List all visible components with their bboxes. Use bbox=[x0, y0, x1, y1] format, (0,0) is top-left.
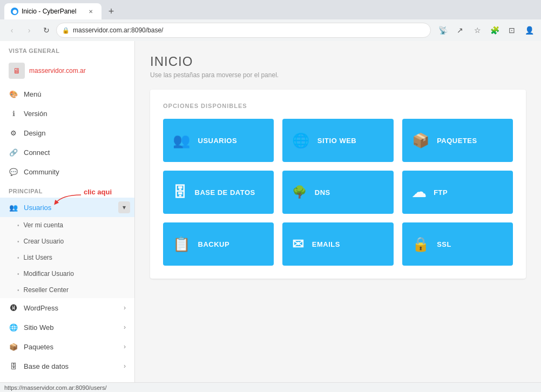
option-ftp-label: FTP bbox=[434, 188, 448, 197]
status-url: https://masservidor.com.ar:8090/users/ bbox=[4, 384, 107, 391]
modificar-usuario-label: Modificar Usuario bbox=[24, 270, 74, 278]
sidebar-connect-label: Connect bbox=[24, 148, 50, 157]
cast-button[interactable]: 📡 bbox=[435, 23, 450, 38]
sidebar-sitio-web-label: Sitio Web bbox=[24, 323, 53, 332]
sidebar-item-menu[interactable]: 🎨 Menú bbox=[0, 84, 134, 104]
option-sitio-web[interactable]: 🌐 SITIO WEB bbox=[282, 119, 393, 162]
option-backup-label: BACKUP bbox=[198, 240, 230, 248]
sidebar-sub-list-users[interactable]: List Users bbox=[0, 249, 134, 266]
sidebar-item-design[interactable]: ⚙ Design bbox=[0, 123, 134, 143]
usuarios-icon: 👥 bbox=[9, 202, 18, 212]
sidebar-wordpress-label: WordPress bbox=[24, 304, 58, 312]
split-view-button[interactable]: ⊡ bbox=[504, 23, 519, 38]
wordpress-chevron-icon: › bbox=[124, 304, 126, 312]
sidebar-sub-ver-cuenta[interactable]: Ver mi cuenta bbox=[0, 217, 134, 233]
design-icon: ⚙ bbox=[9, 128, 18, 138]
sidebar-usuarios-label: Usuarios bbox=[24, 204, 51, 212]
browser-actions: 📡 ↗ ☆ 🧩 ⊡ 👤 bbox=[435, 23, 537, 38]
usuarios-dropdown-button[interactable]: ▾ bbox=[118, 201, 130, 213]
sidebar-item-paquetes[interactable]: 📦 Paquetes › bbox=[0, 337, 134, 356]
sidebar-paquetes-label: Paquetes bbox=[24, 343, 53, 351]
option-ftp[interactable]: ☁ FTP bbox=[402, 171, 513, 214]
wordpress-icon: 🅦 bbox=[9, 303, 18, 313]
sidebar-design-label: Design bbox=[24, 129, 45, 137]
base-datos-sidebar-icon: 🗄 bbox=[9, 361, 18, 371]
sidebar-item-connect[interactable]: 🔗 Connect bbox=[0, 143, 134, 162]
crear-usuario-label: Crear Usuario bbox=[24, 238, 64, 245]
option-emails-label: EMAILS bbox=[312, 240, 340, 248]
reseller-center-label: Reseller Center bbox=[24, 286, 69, 294]
sidebar-section-overview: VISTA GENERAL bbox=[0, 41, 134, 57]
emails-option-icon: ✉ bbox=[292, 236, 305, 253]
forward-button[interactable]: › bbox=[22, 23, 37, 38]
option-backup[interactable]: 📋 BACKUP bbox=[163, 222, 274, 266]
back-icon: ‹ bbox=[11, 26, 13, 35]
version-icon: ℹ bbox=[9, 109, 18, 118]
sidebar-item-sitio-web[interactable]: 🌐 Sitio Web › bbox=[0, 317, 134, 337]
backup-option-icon: 📋 bbox=[173, 236, 191, 253]
forward-icon: › bbox=[28, 26, 31, 35]
paquetes-option-icon: 📦 bbox=[412, 132, 430, 149]
browser-chrome: ⬤ Inicio - CyberPanel ✕ + ‹ › ↻ 🔒 masser… bbox=[0, 0, 541, 41]
sidebar-sub-reseller-center[interactable]: Reseller Center bbox=[0, 282, 134, 298]
sidebar-sub-crear-usuario[interactable]: Crear Usuario bbox=[0, 233, 134, 249]
community-icon: 💬 bbox=[9, 167, 18, 177]
paquetes-sidebar-icon: 📦 bbox=[9, 342, 18, 352]
tab-title: Inicio - CyberPanel bbox=[22, 8, 76, 15]
sidebar-base-datos-label: Base de datos bbox=[24, 362, 69, 370]
reload-button[interactable]: ↻ bbox=[39, 23, 54, 38]
address-text: masservidor.com.ar:8090/base/ bbox=[73, 26, 163, 34]
options-card: OPCIONES DISPONIBLES 👥 USUARIOS 🌐 SITIO … bbox=[150, 90, 526, 279]
option-ssl[interactable]: 🔒 SSL bbox=[402, 222, 513, 266]
usuarios-submenu: Ver mi cuenta Crear Usuario List Users M… bbox=[0, 217, 134, 298]
bookmark-button[interactable]: ☆ bbox=[470, 23, 485, 38]
navigation-bar: ‹ › ↻ 🔒 masservidor.com.ar:8090/base/ 📡 … bbox=[0, 19, 541, 41]
ver-cuenta-label: Ver mi cuenta bbox=[24, 221, 63, 229]
page-subtitle: Use las pestañas para moverse por el pan… bbox=[150, 71, 526, 79]
sidebar-community-label: Community bbox=[24, 168, 59, 176]
address-bar[interactable]: 🔒 masservidor.com.ar:8090/base/ bbox=[56, 23, 431, 38]
option-emails[interactable]: ✉ EMAILS bbox=[282, 222, 393, 266]
usuarios-option-icon: 👥 bbox=[173, 132, 191, 149]
app-container: VISTA GENERAL 🖥 masservidor.com.ar 🎨 Men… bbox=[0, 41, 541, 392]
sidebar-user-host[interactable]: 🖥 masservidor.com.ar bbox=[0, 57, 134, 84]
option-base-datos[interactable]: 🗄 BASE DE DATOS bbox=[163, 171, 274, 214]
lock-icon: 🔒 bbox=[62, 27, 70, 34]
user-host-icon: 🖥 bbox=[9, 63, 25, 79]
sidebar-item-community[interactable]: 💬 Community bbox=[0, 162, 134, 181]
sidebar-item-version[interactable]: ℹ Versión bbox=[0, 104, 134, 123]
option-dns[interactable]: 🌳 DNS bbox=[282, 171, 393, 214]
paquetes-chevron-icon: › bbox=[124, 343, 126, 350]
status-bar: https://masservidor.com.ar:8090/users/ bbox=[0, 382, 541, 392]
sidebar-item-usuarios[interactable]: 👥 Usuarios ▾ bbox=[0, 198, 134, 217]
usuarios-container: 👥 Usuarios ▾ clic aqui bbox=[0, 198, 134, 217]
sitio-web-sidebar-icon: 🌐 bbox=[9, 322, 18, 332]
base-datos-chevron-icon: › bbox=[124, 362, 126, 370]
reload-icon: ↻ bbox=[43, 26, 50, 35]
main-content: INICIO Use las pestañas para moverse por… bbox=[135, 41, 541, 392]
option-usuarios[interactable]: 👥 USUARIOS bbox=[163, 119, 274, 162]
sitio-web-chevron-icon: › bbox=[124, 323, 126, 331]
active-tab[interactable]: ⬤ Inicio - CyberPanel ✕ bbox=[4, 3, 102, 19]
sitio-web-option-icon: 🌐 bbox=[292, 132, 310, 149]
new-tab-button[interactable]: + bbox=[104, 4, 119, 19]
option-ssl-label: SSL bbox=[437, 240, 451, 248]
profile-button[interactable]: 👤 bbox=[522, 23, 537, 38]
extensions-button[interactable]: 🧩 bbox=[487, 23, 502, 38]
user-host-text: masservidor.com.ar bbox=[29, 67, 86, 75]
options-grid: 👥 USUARIOS 🌐 SITIO WEB 📦 PAQUETES 🗄 BASE… bbox=[163, 119, 513, 266]
option-paquetes-label: PAQUETES bbox=[437, 137, 477, 145]
back-button[interactable]: ‹ bbox=[4, 23, 19, 38]
sidebar-item-wordpress[interactable]: 🅦 WordPress › bbox=[0, 298, 134, 317]
sidebar-sub-modificar-usuario[interactable]: Modificar Usuario bbox=[0, 266, 134, 282]
option-sitio-web-label: SITIO WEB bbox=[317, 137, 356, 145]
dns-option-icon: 🌳 bbox=[292, 185, 307, 199]
ftp-option-icon: ☁ bbox=[412, 184, 427, 201]
page-title: INICIO bbox=[150, 54, 526, 69]
base-datos-option-icon: 🗄 bbox=[173, 184, 187, 201]
option-paquetes[interactable]: 📦 PAQUETES bbox=[402, 119, 513, 162]
sidebar-item-base-datos[interactable]: 🗄 Base de datos › bbox=[0, 356, 134, 376]
tab-close-button[interactable]: ✕ bbox=[86, 7, 95, 16]
share-button[interactable]: ↗ bbox=[452, 23, 468, 38]
tab-bar: ⬤ Inicio - CyberPanel ✕ + bbox=[0, 0, 541, 19]
